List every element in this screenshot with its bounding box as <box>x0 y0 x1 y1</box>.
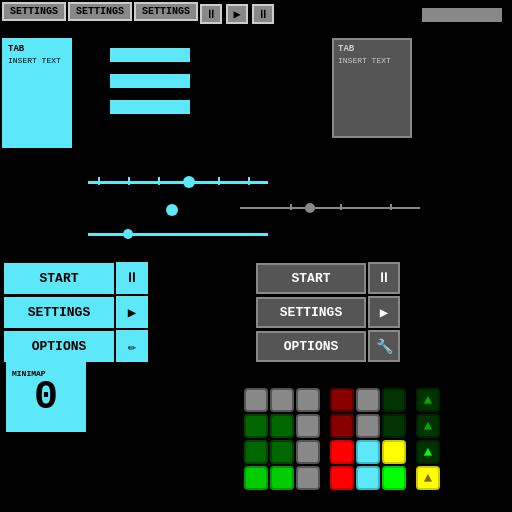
icon-cell[interactable] <box>330 440 354 464</box>
start-row-right: START ⏸ <box>256 262 400 294</box>
pause-group: ⏸ ▶ ⏸ <box>200 4 274 24</box>
icon-grid-1 <box>244 388 320 490</box>
icon-cell[interactable] <box>356 414 380 438</box>
ham-line-2 <box>110 74 190 88</box>
wrench-side-right[interactable]: 🔧 <box>368 330 400 362</box>
left-tab-label: TAB <box>8 44 66 54</box>
right-insert-text: INSERT TEXT <box>338 56 406 66</box>
pause-side-right[interactable]: ⏸ <box>368 262 400 294</box>
right-btn-panel: START ⏸ SETTINGS ▶ OPTIONS 🔧 <box>256 262 400 362</box>
icon-cell[interactable] <box>330 388 354 412</box>
ham-line-1 <box>110 48 190 62</box>
icon-cell[interactable] <box>244 414 268 438</box>
icon-cell[interactable] <box>382 388 406 412</box>
settings-btn-1[interactable]: SETTINGS <box>2 2 66 21</box>
icon-cell[interactable] <box>296 388 320 412</box>
play-side-left[interactable]: ▶ <box>116 296 148 328</box>
left-insert-text: INSERT TEXT <box>8 56 66 66</box>
start-btn-right[interactable]: START <box>256 263 366 294</box>
play-btn[interactable]: ▶ <box>226 4 248 24</box>
icon-cell[interactable] <box>296 466 320 490</box>
pause-btn-2[interactable]: ⏸ <box>252 4 274 24</box>
blue-card-left: TAB INSERT TEXT <box>2 38 72 148</box>
icon-cell[interactable] <box>270 414 294 438</box>
icon-cell[interactable] <box>270 440 294 464</box>
slider-2[interactable] <box>240 202 420 212</box>
chevron-grid: ▲ ▲ ▲ ▲ <box>416 388 440 490</box>
minimap: MINIMAP 0 <box>6 352 86 432</box>
icon-cell[interactable] <box>382 414 406 438</box>
settings-row-left: SETTINGS ▶ <box>4 296 148 328</box>
icon-cell[interactable] <box>330 414 354 438</box>
slider-3[interactable] <box>88 228 268 238</box>
icon-cell[interactable] <box>330 466 354 490</box>
right-tab-label: TAB <box>338 44 406 54</box>
hamburger-menu[interactable] <box>110 48 190 114</box>
settings-btn-3[interactable]: SETTINGS <box>134 2 198 21</box>
chevron-down-icon[interactable]: ▲ <box>416 414 440 438</box>
icon-cell[interactable] <box>270 466 294 490</box>
start-btn-left[interactable]: START <box>4 263 114 294</box>
blue-indicator-dot <box>166 204 178 216</box>
icon-cell[interactable] <box>270 388 294 412</box>
pause-btn[interactable]: ⏸ <box>200 4 222 24</box>
options-btn-right[interactable]: OPTIONS <box>256 331 366 362</box>
icon-cell[interactable] <box>244 388 268 412</box>
chevron-up-icon[interactable]: ▲ <box>416 388 440 412</box>
pause-side-left[interactable]: ⏸ <box>116 262 148 294</box>
ham-line-3 <box>110 100 190 114</box>
settings-btn-2[interactable]: SETTINGS <box>68 2 132 21</box>
icon-cell[interactable] <box>356 466 380 490</box>
icon-cell[interactable] <box>382 466 406 490</box>
top-bar: SETTINGS SETTINGS SETTINGS <box>2 2 198 21</box>
top-right-slider[interactable] <box>422 8 502 22</box>
icon-grid-2 <box>330 388 406 490</box>
icon-cell[interactable] <box>296 440 320 464</box>
icon-cell[interactable] <box>244 466 268 490</box>
chevron-up-2-icon[interactable]: ▲ <box>416 440 440 464</box>
play-side-right[interactable]: ▶ <box>368 296 400 328</box>
wrench-side-left[interactable]: ✏ <box>116 330 148 362</box>
settings-row-right: SETTINGS ▶ <box>256 296 400 328</box>
options-row-right: OPTIONS 🔧 <box>256 330 400 362</box>
icon-cell[interactable] <box>296 414 320 438</box>
slider-1[interactable] <box>88 174 268 188</box>
icon-cell[interactable] <box>356 388 380 412</box>
icon-cell[interactable] <box>356 440 380 464</box>
icon-cell[interactable] <box>382 440 406 464</box>
chevron-yellow-icon[interactable]: ▲ <box>416 466 440 490</box>
minimap-value: 0 <box>34 378 58 418</box>
settings-btn-panel-right[interactable]: SETTINGS <box>256 297 366 328</box>
icon-cell[interactable] <box>244 440 268 464</box>
dark-card-right: TAB INSERT TEXT <box>332 38 412 138</box>
left-btn-panel: START ⏸ SETTINGS ▶ OPTIONS ✏ <box>4 262 148 362</box>
start-row-left: START ⏸ <box>4 262 148 294</box>
settings-btn-panel-left[interactable]: SETTINGS <box>4 297 114 328</box>
